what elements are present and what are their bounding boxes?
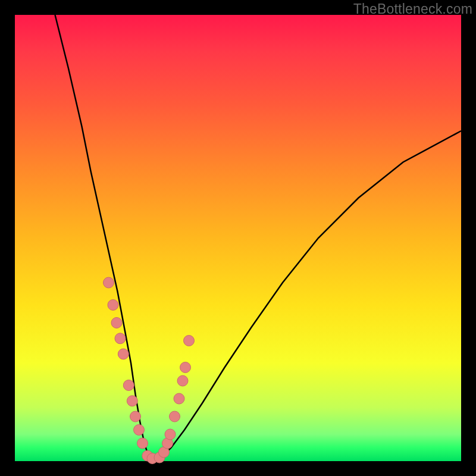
data-marker [115, 333, 126, 344]
data-marker [170, 411, 180, 422]
data-marker [123, 380, 134, 391]
data-marker [111, 318, 122, 328]
data-marker [134, 425, 145, 436]
data-marker [118, 349, 129, 359]
data-marker [177, 375, 188, 386]
data-marker [180, 362, 191, 373]
bottleneck-curve [55, 15, 462, 459]
data-marker [104, 277, 114, 288]
data-marker [165, 429, 176, 440]
data-marker [174, 393, 184, 404]
data-marker [108, 300, 118, 311]
chart-overlay [0, 0, 476, 476]
data-marker [184, 336, 195, 346]
data-marker [127, 396, 137, 406]
data-marker [130, 411, 141, 422]
data-marker [137, 438, 148, 449]
